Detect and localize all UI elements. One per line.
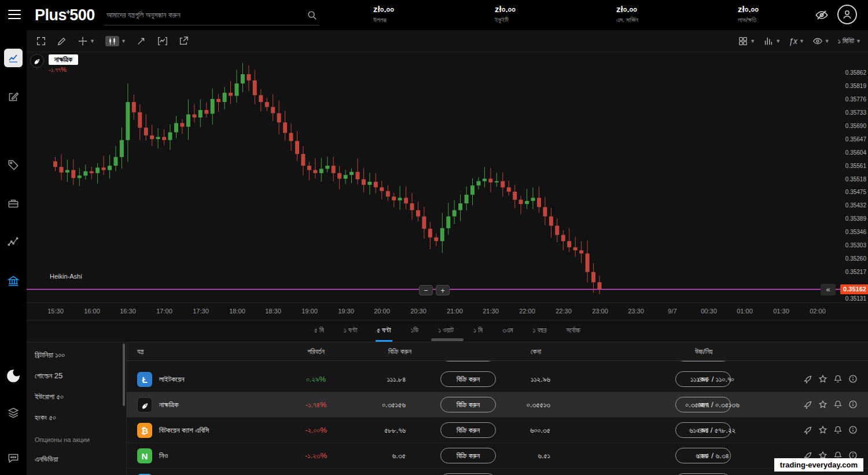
watchlist-item[interactable]: গোল্ডেন 25 (27, 366, 126, 386)
sidebar-item-layers[interactable] (7, 407, 20, 419)
time-tick: 22:30 (556, 308, 572, 315)
timeframe-tab-9[interactable]: সর্বোচ্চ (565, 320, 582, 342)
stat-value: zł০.০০ (495, 4, 616, 14)
theme-toggle[interactable] (6, 368, 21, 383)
chevron-down-icon: ▼ (799, 38, 804, 44)
time-tick: 23:30 (628, 308, 644, 315)
trend-line-tool-icon[interactable] (137, 36, 147, 46)
topbar: Plus+500 zł০.০০উপলব্ধzł০.০০ইকুইটিzł০.০০এ… (0, 0, 868, 30)
fullscreen-icon[interactable] (36, 36, 46, 46)
account-avatar[interactable] (837, 5, 857, 24)
sell-button[interactable]: বিক্রি করুন (440, 397, 496, 412)
time-tick: 21:00 (447, 308, 463, 315)
time-tick: 21:30 (483, 308, 499, 315)
chart-type-thumbnail (105, 36, 119, 46)
table-row-partial[interactable]: বিক্রি করুনকেনা (127, 469, 868, 475)
sell-button[interactable]: বিক্রি করুন (440, 448, 496, 463)
crosshair-dropdown[interactable]: ▼ (78, 36, 95, 46)
chevron-down-icon: ▼ (121, 38, 126, 44)
timeframe-tab-8[interactable]: ১ বছর (532, 320, 548, 342)
sidebar-item-analytics[interactable] (7, 236, 20, 249)
sidebar-item-tags[interactable] (7, 159, 20, 171)
zoom-in-button[interactable]: + (436, 285, 450, 295)
bell-icon[interactable] (833, 425, 843, 434)
change-percent: -১.৭৪% (306, 400, 326, 410)
stat-value: zł০.০০ (373, 4, 495, 14)
high-low-value: ১১১.৯৮ / ১১০.৭০ (690, 375, 734, 384)
watchlist-item[interactable]: হংকং ৫০ (27, 407, 126, 428)
search-icon (307, 10, 317, 20)
hide-balances-icon[interactable] (815, 8, 829, 22)
sell-button[interactable]: বিক্রি করুন (440, 422, 496, 438)
watchlist-item[interactable]: ব্রিটানিয়া ১০০ (27, 345, 126, 366)
candlestick-chart[interactable] (27, 52, 841, 302)
rocket-icon[interactable] (803, 425, 812, 434)
chart-toolbar: ▼ ▼ ▼ ▼ ƒx▼ ▼ ১ মিনিট▼ (27, 30, 868, 52)
price-axis[interactable]: 0.358620.358190.357760.357330.356900.356… (841, 52, 868, 302)
open-external-icon[interactable] (178, 36, 189, 46)
toolbar-right-group: ▼ ▼ ƒx▼ ▼ ১ মিনিট▼ (738, 30, 861, 52)
bank-icon (7, 275, 20, 287)
star-icon[interactable] (818, 400, 827, 409)
visibility-dropdown[interactable]: ▼ (812, 36, 830, 46)
tag-icon (7, 159, 20, 171)
timeframe-tab-1[interactable]: ৫ মি (313, 320, 325, 342)
list-scrollbar[interactable] (123, 344, 125, 406)
sidebar-item-edit[interactable] (7, 90, 20, 103)
time-tick: 15:30 (47, 308, 64, 315)
watchlist-item[interactable]: ইউরোপা ৫০ (27, 386, 126, 407)
layout-grid-dropdown[interactable]: ▼ (738, 36, 755, 46)
rocket-icon[interactable] (803, 400, 812, 409)
table-row[interactable]: Nনিও-১.২৩%৬.৩৫বিক্রি করুন৬.৫১কেনা৬.৪৮ / … (127, 443, 868, 469)
watchlist-item[interactable]: এনভিডিয়া (27, 449, 126, 470)
panel-resize-handle[interactable] (431, 338, 464, 341)
table-row[interactable]: Łলাইটকয়েন০.২৯%১১১.৮৪বিক্রি করুন১১২.৯৬কে… (127, 367, 868, 392)
timeframe-tab-7[interactable]: ৩এম (501, 320, 514, 342)
collapse-panel-button[interactable]: « (821, 284, 836, 295)
star-icon[interactable] (818, 374, 827, 383)
chart-legend: নাক্ষত্রিক -১.৭৭% (30, 54, 78, 74)
table-row[interactable]: নাক্ষত্রিক-১.৭৪%০.৩৫১৫৬বিক্রি করুন০.৩৫৫১… (127, 392, 868, 418)
info-icon[interactable] (848, 374, 858, 383)
layers-icon (7, 407, 20, 419)
table-body: বিক্রি করুনকেনাŁলাইটকয়েন০.২৯%১১১.৮৪বিক্… (127, 342, 868, 475)
time-axis[interactable]: 15:3016:0016:3017:0017:3018:0018:3019:00… (27, 302, 868, 320)
table-row[interactable]: ₿বিটকয়েন ক্যাশ এবিসি-২.০০%৫৮৮.৭৬বিক্রি … (127, 418, 868, 443)
price-tick: 0.35862 (845, 70, 866, 76)
change-percent: -১.২৩% (305, 451, 327, 461)
chart-area[interactable]: নাক্ষত্রিক -১.৭৭% Heikin-Ashi 0.358620.3… (27, 52, 868, 320)
chevron-down-icon: ▼ (750, 38, 755, 44)
sidebar-item-chat[interactable] (7, 452, 20, 465)
sidebar-item-charts[interactable] (4, 49, 23, 67)
menu-icon[interactable] (8, 10, 21, 20)
chart-type-dropdown[interactable]: ▼ (105, 36, 126, 46)
bell-icon[interactable] (833, 400, 843, 409)
chart-interval-dropdown[interactable]: ১ মিনিট▼ (838, 37, 861, 45)
time-tick: 01:30 (773, 308, 789, 315)
pattern-tool-icon[interactable] (157, 36, 168, 46)
timeframe-tab-2[interactable]: ১ ঘণ্টা (343, 320, 358, 342)
timeframe-tab-4[interactable]: ১ডি (410, 320, 420, 342)
sell-button[interactable]: বিক্রি করুন (440, 371, 496, 387)
info-icon[interactable] (848, 425, 858, 434)
sell-price: ০.৩৫১৫৬ (345, 400, 406, 410)
change-percent: ০.২৯% (306, 375, 326, 384)
timeframe-tab-3[interactable]: ৫ ঘণ্টা (376, 320, 392, 342)
stat-value: zł০.০০ (616, 4, 738, 14)
star-icon[interactable] (818, 425, 827, 434)
volume-bars-dropdown[interactable]: ▼ (763, 36, 781, 46)
instrument-icon: Ł (137, 372, 152, 387)
sidebar-item-portfolio[interactable] (7, 197, 20, 210)
buy-price: ১১২.৯৬ (490, 375, 550, 384)
search-input[interactable] (104, 5, 301, 24)
time-tick: 16:00 (84, 308, 100, 315)
legend-instrument-name[interactable]: নাক্ষত্রিক (49, 54, 78, 65)
zoom-out-button[interactable]: − (419, 285, 433, 295)
bell-icon[interactable] (833, 374, 843, 383)
indicators-fx-dropdown[interactable]: ƒx▼ (789, 36, 804, 46)
info-icon[interactable] (848, 400, 858, 409)
timeframe-tab-6[interactable]: ১ মি (472, 320, 484, 342)
sidebar-item-bank[interactable] (7, 275, 20, 287)
rocket-icon[interactable] (803, 374, 812, 383)
draw-pencil-icon[interactable] (57, 36, 67, 46)
